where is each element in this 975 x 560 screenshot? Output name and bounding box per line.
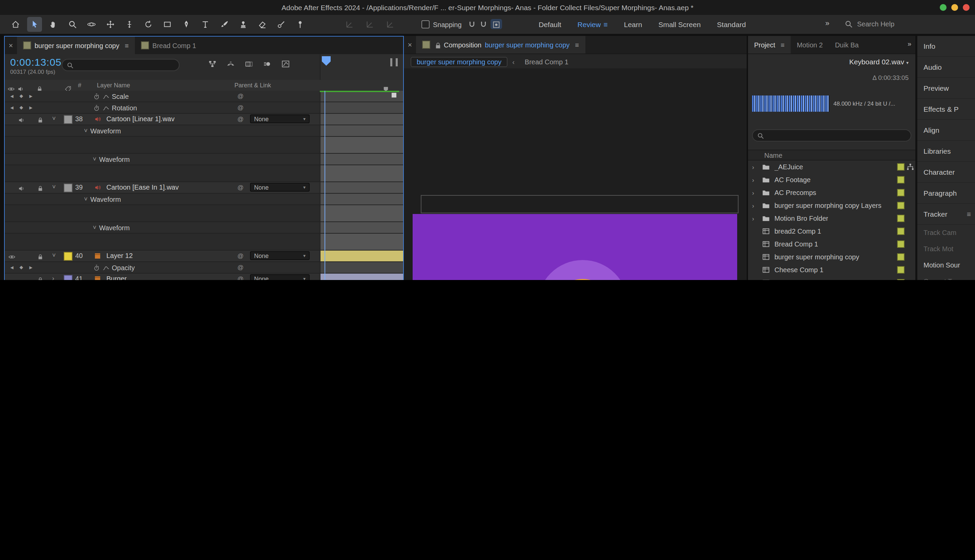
timeline-tab-inactive[interactable]: Bread Comp 1 bbox=[135, 37, 202, 54]
workspace-default[interactable]: Default bbox=[539, 20, 561, 28]
project-tab-duik-ba[interactable]: Duik Ba bbox=[829, 36, 865, 53]
parent-link-dropdown[interactable]: None▾ bbox=[250, 183, 310, 192]
snap-to-guides-icon[interactable] bbox=[468, 20, 477, 27]
parent-link-column-header[interactable]: Parent & Link bbox=[234, 80, 271, 91]
twirl-icon[interactable]: › bbox=[752, 189, 754, 196]
twirl-icon[interactable]: › bbox=[752, 202, 754, 209]
label-color-chip[interactable] bbox=[897, 202, 905, 209]
property-label[interactable]: Scale bbox=[93, 91, 129, 102]
timeline-layer-bar[interactable] bbox=[320, 250, 403, 262]
layer-visibility-toggle[interactable] bbox=[7, 273, 16, 280]
layer-name[interactable]: Cartoon [Linear 1].wav bbox=[106, 114, 174, 125]
group-label[interactable]: ˅Waveform bbox=[93, 154, 130, 165]
property-label[interactable]: Rotation bbox=[93, 102, 137, 113]
close-panel-icon[interactable]: × bbox=[5, 41, 17, 50]
tracker-track-mot[interactable]: Track Mot bbox=[917, 241, 975, 257]
waveform-display[interactable] bbox=[5, 233, 403, 250]
waveform-display[interactable] bbox=[5, 205, 403, 222]
panel-menu-icon[interactable]: ≡ bbox=[967, 204, 971, 224]
panel-menu-icon[interactable]: ≡ bbox=[781, 41, 785, 48]
layer-name-column-header[interactable]: Layer Name bbox=[97, 80, 130, 91]
workspace-standard[interactable]: Standard bbox=[717, 20, 746, 28]
timeline-group-row[interactable]: ˅Waveform bbox=[5, 154, 403, 165]
timeline-property-row[interactable]: ◀◆▶Scale@ bbox=[5, 91, 403, 102]
group-label[interactable]: ˅Waveform bbox=[93, 222, 130, 233]
snap-to-layers-icon[interactable] bbox=[479, 20, 488, 27]
pick-whip-icon[interactable]: @ bbox=[236, 91, 245, 102]
pick-whip-icon[interactable]: @ bbox=[236, 182, 245, 193]
brush-tool[interactable] bbox=[217, 17, 232, 32]
mini-flowchart-icon[interactable] bbox=[208, 60, 217, 68]
layer-visibility-toggle[interactable] bbox=[7, 250, 16, 262]
home-tool[interactable] bbox=[8, 17, 23, 32]
layer-name[interactable]: Cartoon [Ease In 1].wav bbox=[106, 182, 179, 193]
label-color-chip[interactable] bbox=[897, 266, 905, 273]
add-keyframe-icon[interactable]: ◆ bbox=[17, 262, 26, 273]
orbit-camera-tool[interactable] bbox=[84, 17, 99, 32]
playhead-head[interactable] bbox=[322, 56, 331, 66]
panel-tab-info[interactable]: Info bbox=[917, 36, 975, 57]
workspace-small-screen[interactable]: Small Screen bbox=[658, 20, 701, 28]
clone-stamp-tool[interactable] bbox=[236, 17, 251, 32]
parent-link-dropdown[interactable]: None▾ bbox=[250, 274, 310, 280]
layer-twirl-icon[interactable]: › bbox=[52, 273, 54, 280]
composition-tab[interactable]: Composition burger super morphing copy ≡ bbox=[416, 36, 585, 53]
group-label[interactable]: ˅Waveform bbox=[84, 194, 121, 205]
layer-solo-toggle[interactable] bbox=[27, 182, 35, 193]
timeline-layer-row[interactable]: ›41Burger@None▾ bbox=[5, 273, 403, 280]
timeline-tab-active[interactable]: burger super morphing copy ≡ bbox=[17, 37, 135, 54]
layer-twirl-icon[interactable]: ˅ bbox=[52, 250, 56, 262]
panel-tab-audio[interactable]: Audio bbox=[917, 57, 975, 78]
layer-visibility-toggle[interactable] bbox=[7, 182, 16, 193]
comp-marker-bin-icon[interactable] bbox=[382, 83, 390, 90]
index-column-header[interactable]: # bbox=[78, 80, 81, 91]
property-label[interactable]: Opacity bbox=[93, 262, 135, 273]
layer-solo-toggle[interactable] bbox=[27, 114, 35, 125]
next-keyframe-icon[interactable]: ▶ bbox=[27, 262, 35, 273]
tracker-motion-sour[interactable]: Motion Sour bbox=[917, 257, 975, 273]
project-item[interactable]: ›Motion Bro Folder bbox=[748, 212, 915, 225]
project-item[interactable]: bread2 Comp 1 bbox=[748, 225, 915, 238]
traffic-lights[interactable] bbox=[940, 4, 970, 11]
label-color-chip[interactable] bbox=[897, 215, 905, 222]
timeline-layer-row[interactable]: ˅39Cartoon [Ease In 1].wav@None▾ bbox=[5, 182, 403, 194]
layer-lock-toggle[interactable] bbox=[36, 250, 45, 262]
layer-color-swatch[interactable] bbox=[64, 275, 72, 280]
name-column-header[interactable]: Name bbox=[748, 150, 915, 160]
layer-solo-toggle[interactable] bbox=[27, 250, 35, 262]
shy-layers-icon[interactable] bbox=[226, 60, 235, 68]
composition-viewer[interactable]: مستقل mostaql.com bbox=[404, 68, 747, 280]
stopwatch-icon[interactable] bbox=[93, 103, 100, 112]
timeline-search-input[interactable] bbox=[62, 59, 180, 71]
parent-link-dropdown[interactable]: None▾ bbox=[250, 115, 310, 123]
motion-blur-icon[interactable] bbox=[263, 60, 272, 68]
panel-tab-character[interactable]: Character bbox=[917, 162, 975, 183]
layer-color-swatch[interactable] bbox=[64, 115, 72, 124]
current-time-display[interactable]: 0:00:13:05 bbox=[10, 56, 62, 68]
graph-icon[interactable] bbox=[102, 92, 110, 100]
tracker-track-cam[interactable]: Track Cam bbox=[917, 225, 975, 241]
puppet-pin-tool[interactable] bbox=[293, 17, 307, 32]
graph-icon[interactable] bbox=[102, 263, 110, 272]
panel-tab-preview[interactable]: Preview bbox=[917, 78, 975, 99]
label-color-chip[interactable] bbox=[897, 253, 905, 261]
rotation-tool[interactable] bbox=[141, 17, 156, 32]
eraser-tool[interactable] bbox=[255, 17, 270, 32]
layer-twirl-icon[interactable]: ˅ bbox=[52, 114, 56, 125]
live-update-icon[interactable] bbox=[491, 18, 503, 29]
help-search[interactable]: Search Help bbox=[844, 18, 966, 30]
property-track[interactable] bbox=[320, 102, 403, 113]
group-label[interactable]: ˅Waveform bbox=[84, 125, 121, 136]
layer-color-swatch[interactable] bbox=[64, 252, 72, 261]
pick-whip-icon[interactable]: @ bbox=[236, 114, 245, 125]
layer-audio-toggle[interactable] bbox=[17, 250, 26, 262]
pick-whip-icon[interactable]: @ bbox=[236, 102, 245, 113]
timeline-layer-row[interactable]: ˅38Cartoon [Linear 1].wav@None▾ bbox=[5, 114, 403, 125]
twirl-icon[interactable]: › bbox=[752, 215, 754, 222]
lock-viewer-icon[interactable] bbox=[434, 41, 441, 48]
twirl-icon[interactable]: › bbox=[752, 177, 754, 183]
next-keyframe-icon[interactable]: ▶ bbox=[27, 91, 35, 102]
waveform-display[interactable] bbox=[5, 165, 403, 182]
timeline-layer-bar[interactable] bbox=[320, 273, 403, 280]
layer-visibility-toggle[interactable] bbox=[7, 114, 16, 125]
